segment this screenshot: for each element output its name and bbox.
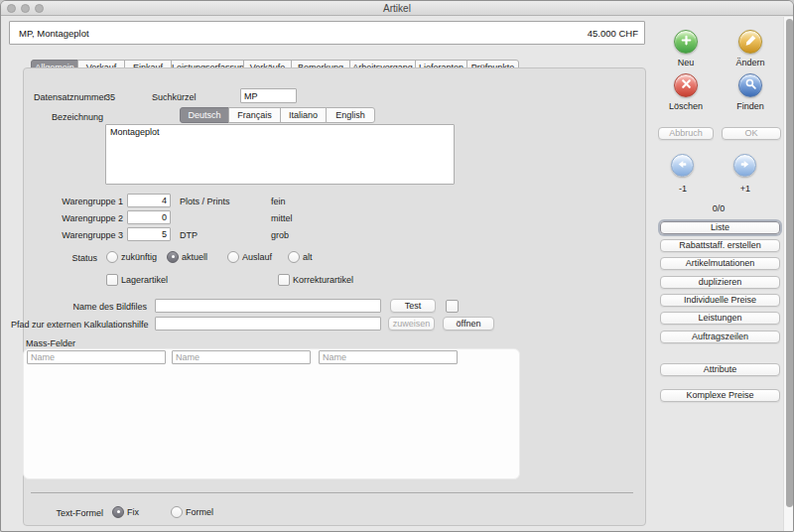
finden-button[interactable] xyxy=(738,73,762,97)
artikel-window: Artikel MP, Montageplot 45.000 CHF Allge… xyxy=(0,0,794,532)
korrekturartikel-checkbox[interactable]: Korrekturartikel xyxy=(278,273,353,286)
warengruppe1-granularity: fein xyxy=(271,197,286,206)
lang-tab-italiano[interactable]: Italiano xyxy=(280,107,327,123)
aendern-button[interactable] xyxy=(738,30,762,54)
scrollbar-thumb[interactable] xyxy=(786,19,793,507)
suchkuerzel-input[interactable] xyxy=(240,88,297,103)
bildfile-checkbox[interactable] xyxy=(446,300,459,313)
next-label: +1 xyxy=(723,184,768,194)
prev-label: -1 xyxy=(660,184,706,194)
loeschen-button[interactable] xyxy=(674,73,698,97)
kalkulationshilfe-input[interactable] xyxy=(155,317,381,331)
aendern-label: Ändern xyxy=(725,58,776,67)
status-option-aktuell[interactable]: aktuell xyxy=(167,250,207,263)
titlebar: Artikel xyxy=(1,1,793,16)
magnifier-icon xyxy=(744,76,757,94)
article-price: 45.000 CHF xyxy=(588,28,638,39)
divider xyxy=(31,492,633,493)
status-option-auslauf[interactable]: Auslauf xyxy=(227,250,272,263)
text-formel-label: Text-Formel xyxy=(31,508,103,518)
arrow-right-icon xyxy=(738,157,751,175)
warengruppe2-input[interactable] xyxy=(127,210,171,224)
article-header: MP, Montageplot 45.000 CHF xyxy=(9,21,645,45)
lagerartikel-checkbox[interactable]: Lagerartikel xyxy=(106,273,168,286)
arrow-left-icon xyxy=(676,157,689,175)
status-label: Status xyxy=(61,253,97,263)
bezeichnung-label: Bezeichnung xyxy=(31,112,103,122)
plus-icon xyxy=(680,33,693,51)
warengruppe2-granularity: mittel xyxy=(271,213,293,223)
radio-selected-icon xyxy=(112,506,124,518)
rabattstaffel-erstellen-button[interactable]: Rabattstaff. erstellen xyxy=(660,239,780,252)
leistungen-button[interactable]: Leistungen xyxy=(660,312,780,325)
next-record-button[interactable] xyxy=(733,154,756,177)
bildfile-input[interactable] xyxy=(155,299,381,313)
test-button[interactable]: Test xyxy=(390,299,436,313)
lang-tab-francais[interactable]: Français xyxy=(228,107,281,123)
bezeichnung-textarea[interactable]: Montageplot xyxy=(105,124,455,185)
article-name: MP, Montageplot xyxy=(19,28,89,39)
liste-button[interactable]: Liste xyxy=(660,221,780,234)
warengruppe3-name: DTP xyxy=(180,230,198,240)
status-option-zukuenftig[interactable]: zukünftig xyxy=(106,250,157,263)
individuelle-preise-button[interactable]: Individuelle Preise xyxy=(660,294,780,307)
loeschen-label: Löschen xyxy=(660,101,712,111)
duplizieren-button[interactable]: duplizieren xyxy=(660,276,780,289)
prev-record-button[interactable] xyxy=(671,154,694,177)
auftragszeilen-button[interactable]: Auftragszeilen xyxy=(660,331,780,343)
neu-label: Neu xyxy=(660,58,712,67)
language-tabs: Deutsch Français Italiano English xyxy=(180,107,375,123)
bildfile-label: Name des Bildfiles xyxy=(58,302,147,312)
datensatznummer-label: Datensatznummer xyxy=(34,92,107,102)
pencil-icon xyxy=(744,33,757,51)
warengruppe1-name: Plots / Prints xyxy=(180,197,230,206)
mass-feld-1-input[interactable] xyxy=(27,350,166,364)
abbruch-button[interactable]: Abbruch xyxy=(658,127,714,140)
mass-felder-panel xyxy=(23,348,520,479)
scrollbar-track[interactable] xyxy=(783,17,794,532)
neu-button[interactable] xyxy=(674,30,698,54)
kalkulationshilfe-label: Pfad zur externen Kalkulationshilfe xyxy=(11,320,147,330)
record-counter: 0/0 xyxy=(686,203,751,213)
warengruppe1-label: Warengruppe 1 xyxy=(39,197,123,206)
radio-icon xyxy=(227,251,239,263)
zuweisen-button[interactable]: zuweisen xyxy=(388,317,435,331)
radio-icon xyxy=(106,251,118,263)
attribute-button[interactable]: Attribute xyxy=(660,363,780,376)
radio-selected-icon xyxy=(167,251,179,263)
warengruppe3-input[interactable] xyxy=(127,227,171,241)
radio-icon xyxy=(171,506,183,518)
suchkuerzel-label: Suchkürzel xyxy=(152,92,197,102)
ok-button[interactable]: OK xyxy=(722,127,781,140)
warengruppe2-label: Warengruppe 2 xyxy=(39,213,123,223)
finden-label: Finden xyxy=(725,101,776,111)
checkbox-icon xyxy=(278,274,290,286)
text-formel-option-fix[interactable]: Fix xyxy=(112,505,139,518)
checkbox-icon xyxy=(106,274,118,286)
oeffnen-button[interactable]: öffnen xyxy=(443,317,494,331)
lang-tab-deutsch[interactable]: Deutsch xyxy=(180,107,229,123)
status-option-alt[interactable]: alt xyxy=(288,250,313,263)
artikelmutationen-button[interactable]: Artikelmutationen xyxy=(660,257,780,270)
warengruppe3-label: Warengruppe 3 xyxy=(39,230,123,240)
x-icon xyxy=(680,76,693,94)
mass-feld-2-input[interactable] xyxy=(172,350,311,364)
komplexe-preise-button[interactable]: Komplexe Preise xyxy=(660,389,780,402)
window-title: Artikel xyxy=(1,1,793,16)
warengruppe3-granularity: grob xyxy=(271,230,289,240)
text-formel-option-formel[interactable]: Formel xyxy=(171,505,213,518)
lang-tab-english[interactable]: English xyxy=(326,107,375,123)
warengruppe1-input[interactable] xyxy=(127,194,171,207)
mass-feld-3-input[interactable] xyxy=(319,350,458,364)
mass-felder-label: Mass-Felder xyxy=(26,338,75,348)
datensatznummer-value: 35 xyxy=(105,92,115,102)
radio-icon xyxy=(288,251,300,263)
